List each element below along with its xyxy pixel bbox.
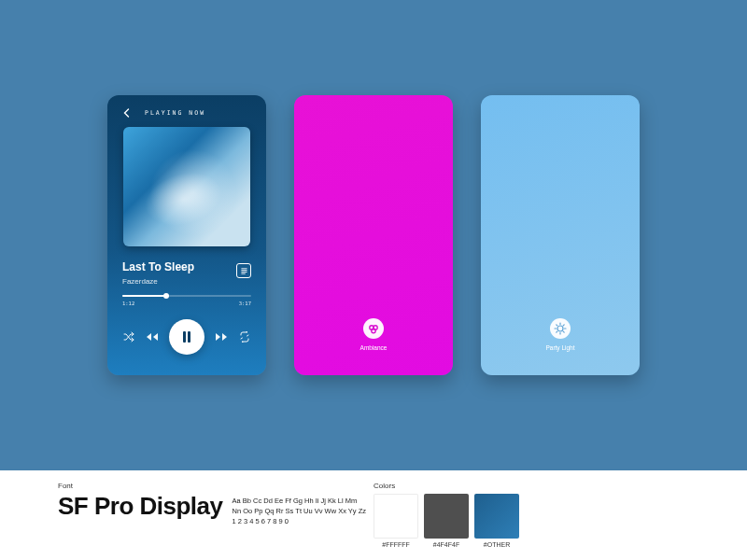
next-button[interactable] (215, 330, 228, 343)
swatch-box (424, 494, 469, 539)
swatch-white: #FFFFFF (374, 494, 418, 548)
svg-rect-0 (183, 331, 186, 343)
shuffle-button[interactable] (122, 330, 135, 343)
progress-slider[interactable] (122, 295, 251, 297)
track-info: Last To Sleep Fazerdaze (122, 261, 194, 286)
theme-card-party-light[interactable]: Party Light (481, 95, 640, 375)
player-controls (122, 319, 251, 355)
track-title: Last To Sleep (122, 261, 194, 273)
design-canvas: PLAYING NOW Last To Sleep Fazerdaze 1:12… (0, 0, 747, 470)
lyrics-button[interactable] (236, 263, 251, 278)
svg-point-5 (557, 326, 563, 331)
theme-label: Ambiance (360, 344, 388, 351)
ambiance-icon (363, 318, 384, 339)
swatch-label: #4F4F4F (433, 541, 459, 548)
swatch-other: #OTHER (474, 494, 519, 548)
theme-card-ambiance[interactable]: Ambiance (294, 95, 453, 375)
swatch-box (374, 494, 418, 539)
swatch-label: #FFFFFF (382, 541, 410, 548)
play-pause-button[interactable] (169, 319, 204, 355)
back-button[interactable] (122, 108, 132, 118)
player-header: PLAYING NOW (122, 108, 251, 118)
specimen-line: Aa Bb Cc Dd Ee Ff Gg Hh Ii Jj Kk Ll Mm (233, 497, 367, 507)
svg-point-4 (372, 329, 375, 332)
specimen-line: Nn Oo Pp Qq Rr Ss Tt Uu Vv Ww Xx Yy Zz (233, 507, 367, 517)
time-elapsed: 1:12 (122, 301, 134, 306)
font-caption: Font (58, 482, 223, 490)
time-total: 3:17 (239, 301, 251, 306)
theme-label: Party Light (545, 344, 574, 351)
previous-button[interactable] (146, 330, 159, 343)
swatch-label: #OTHER (484, 541, 510, 548)
playing-now-label: PLAYING NOW (145, 109, 205, 117)
progress-fill (122, 295, 166, 297)
swatches: #FFFFFF #4F4F4F #OTHER (374, 494, 519, 548)
swatch-box (474, 494, 519, 539)
repeat-button[interactable] (238, 330, 251, 343)
specimen-line: 1 2 3 4 5 6 7 8 9 0 (233, 517, 367, 527)
progress: 1:12 3:17 (122, 295, 251, 306)
svg-rect-1 (188, 331, 190, 343)
party-light-icon (550, 318, 571, 339)
colors-block: Colors #FFFFFF #4F4F4F #OTHER (374, 482, 519, 548)
styleguide-footer: Font SF Pro Display Aa Bb Cc Dd Ee Ff Gg… (0, 470, 747, 560)
swatch-dark: #4F4F4F (424, 494, 469, 548)
font-specimen: Aa Bb Cc Dd Ee Ff Gg Hh Ii Jj Kk Ll Mm N… (233, 482, 367, 527)
font-block: Font SF Pro Display (58, 482, 223, 521)
track-artist: Fazerdaze (122, 277, 194, 286)
player-screen: PLAYING NOW Last To Sleep Fazerdaze 1:12… (107, 95, 266, 375)
album-art[interactable] (123, 127, 250, 246)
font-name: SF Pro Display (58, 492, 223, 521)
colors-caption: Colors (374, 482, 519, 490)
